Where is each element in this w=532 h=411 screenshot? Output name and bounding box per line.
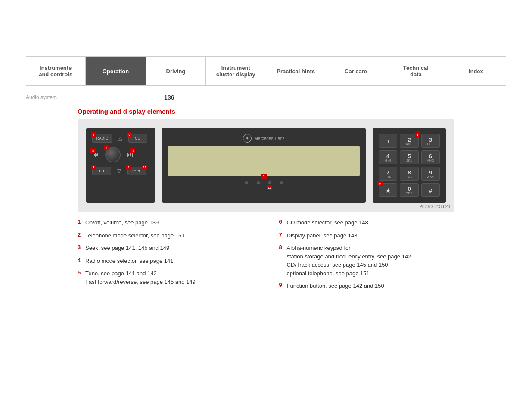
key-1[interactable]: 1: [379, 134, 397, 148]
legend-item-7: 7Display panel, see page 143: [279, 231, 455, 240]
preset-dot-2[interactable]: [257, 181, 260, 184]
page-header: Audio system 136: [26, 90, 506, 103]
tel-bottom-badge: 2: [91, 165, 96, 170]
cd-button[interactable]: 6 CD: [128, 134, 147, 143]
key-2-num: 2: [408, 137, 411, 143]
key-8[interactable]: 8 TUV: [400, 167, 418, 181]
key-6[interactable]: 6 MNO: [421, 150, 440, 164]
seek-right-badge: 3: [130, 148, 135, 153]
display-badge: 7: [261, 174, 267, 179]
key-3-sub: DEF: [427, 143, 434, 146]
radio-button[interactable]: 4 RADIO: [92, 134, 112, 143]
unit-row-3: 2 TEL 2 ▽ TAPE 5 11: [92, 167, 149, 175]
key-hash[interactable]: #: [421, 183, 440, 197]
legend-item-2: 2Telephone mode selector, see page 151: [78, 231, 253, 240]
tape-badge: 11: [142, 165, 147, 170]
nav-item-index[interactable]: Index: [446, 57, 506, 85]
legend-item-5: 5Tune, see page 141 and 142 Fast forward…: [78, 269, 253, 286]
unit-center-panel: ✦ Mercedes-Benz 7 10: [162, 128, 366, 203]
display-screen: 7: [168, 146, 360, 176]
nav-item-technical-data[interactable]: Technical data: [386, 57, 446, 85]
seek-left-button[interactable]: 3 ⏮: [92, 151, 99, 159]
legend-num-8: 8: [279, 244, 284, 250]
key-5[interactable]: 5 JKL: [400, 150, 418, 164]
legend-item-6: 6CD mode selector, see page 148: [279, 218, 455, 227]
navigation-bar: Instruments and controlsOperationDriving…: [26, 56, 506, 86]
brand-name: Mercedes-Benz: [254, 136, 284, 141]
key-5-num: 5: [408, 153, 411, 159]
key-5-sub: JKL: [406, 159, 412, 162]
up-arrow-button[interactable]: △: [118, 136, 122, 141]
key-7[interactable]: 7 PRS: [379, 167, 397, 181]
key-1-num: 1: [386, 139, 389, 144]
key-7-sub: PRS: [385, 175, 392, 178]
legend-num-3: 3: [78, 244, 83, 250]
down-arrow-button[interactable]: ▽: [117, 168, 121, 174]
legend-num-5: 5: [78, 269, 83, 276]
unit-right-panel: 1 8 2 ABC 3 DEF 4 GHI 5 JKL: [373, 128, 446, 203]
mercedes-star-icon: ✦: [243, 134, 252, 143]
legend-item-1: 1On/off, volume, see page 139: [78, 218, 253, 227]
legend-num-9: 9: [279, 282, 284, 288]
tape-bottom-left-badge: 5: [126, 165, 131, 170]
volume-knob[interactable]: 1: [105, 147, 121, 162]
section-label: Audio system: [26, 94, 57, 100]
tape-button[interactable]: TAPE 5 11: [127, 167, 146, 175]
key-4[interactable]: 4 GHI: [379, 150, 397, 164]
key-2-badge: 8: [415, 132, 420, 137]
legend-section: 1On/off, volume, see page 1392Telephone …: [78, 218, 454, 290]
preset-dot-4[interactable]: [280, 181, 283, 184]
seek-right-button[interactable]: ⏭ 3: [127, 151, 134, 159]
legend-text-4: Radio mode selector, see page 141: [85, 257, 174, 265]
key-2-sub: ABC: [406, 143, 413, 146]
cd-badge: 6: [127, 132, 132, 137]
key-2[interactable]: 8 2 ABC: [400, 134, 418, 148]
preset-dot-3[interactable]: 10: [268, 181, 271, 184]
key-6-sub: MNO: [426, 159, 434, 162]
legend-text-9: Function button, see page 142 and 150: [287, 282, 384, 290]
unit-dots-row: 10: [245, 181, 283, 184]
key-hash-sym: #: [429, 188, 432, 193]
key-4-sub: GHI: [385, 159, 391, 162]
legend-num-7: 7: [279, 231, 284, 238]
key-3[interactable]: 3 DEF: [421, 134, 440, 148]
nav-item-instrument-cluster[interactable]: Instrument cluster display: [206, 57, 266, 85]
legend-right-column: 6CD mode selector, see page 1487Display …: [279, 218, 455, 290]
key-6-num: 6: [429, 153, 432, 159]
radio-badge: 4: [91, 132, 96, 137]
nav-item-instruments[interactable]: Instruments and controls: [26, 57, 86, 85]
key-0[interactable]: 0 OPR: [400, 183, 418, 197]
key-4-num: 4: [386, 153, 389, 159]
key-star-badge: 9: [377, 181, 383, 186]
legend-text-6: CD mode selector, see page 148: [287, 218, 368, 227]
unit-row-1: 4 RADIO △ 6 CD: [92, 134, 149, 143]
legend-num-1: 1: [78, 218, 83, 225]
legend-text-8: Alpha-numeric keypad for station storage…: [287, 244, 411, 277]
unit-left-panel: 4 RADIO △ 6 CD 3 ⏮ 1: [86, 128, 155, 203]
key-0-num: 0: [408, 186, 411, 192]
legend-left-column: 1On/off, volume, see page 1392Telephone …: [78, 218, 253, 290]
legend-text-7: Display panel, see page 143: [287, 231, 358, 240]
key-7-num: 7: [386, 170, 389, 175]
unit-logo: ✦ Mercedes-Benz: [243, 134, 284, 143]
key-8-sub: TUV: [406, 175, 413, 178]
key-9-sub: WXY: [427, 175, 434, 178]
page-number: 136: [57, 94, 281, 101]
tel-button[interactable]: 2 TEL 2: [92, 167, 111, 175]
nav-item-practical-hints[interactable]: Practical hints: [266, 57, 326, 85]
nav-item-operation[interactable]: Operation: [86, 57, 146, 85]
nav-item-car-care[interactable]: Car care: [326, 57, 386, 85]
page-content: Audio system 136 Operating and display e…: [26, 86, 506, 302]
key-9[interactable]: 9 WXY: [421, 167, 440, 181]
key-star-sym: ★: [386, 188, 391, 193]
key-9-num: 9: [429, 170, 432, 175]
preset-dot-1[interactable]: [245, 181, 248, 184]
dots-badge: 10: [267, 185, 272, 190]
nav-item-driving[interactable]: Driving: [146, 57, 206, 85]
legend-text-3: Seek, see page 141, 145 and 149: [85, 244, 169, 252]
legend-item-3: 3Seek, see page 141, 145 and 149: [78, 244, 253, 252]
legend-text-1: On/off, volume, see page 139: [85, 218, 159, 227]
key-star[interactable]: 9 ★: [379, 183, 397, 197]
legend-item-8: 8Alpha-numeric keypad for station storag…: [279, 244, 455, 277]
knob-badge: 1: [104, 145, 109, 150]
